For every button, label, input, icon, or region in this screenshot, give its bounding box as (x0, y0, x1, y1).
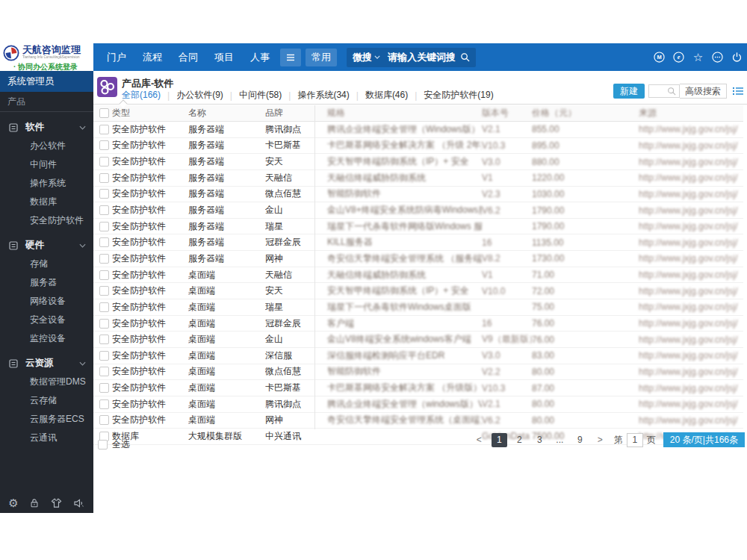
cell-type: 安全防护软件 (112, 172, 188, 184)
cell-version: V10.3 (482, 140, 532, 151)
row-checkbox[interactable] (99, 415, 109, 425)
theme-shirt-icon[interactable] (51, 498, 62, 508)
cell-type: 安全防护软件 (112, 139, 188, 152)
sidebar-role-header[interactable]: 系统管理员 (0, 71, 93, 92)
lock-icon[interactable] (29, 497, 40, 508)
table-search-input[interactable] (648, 84, 680, 98)
sidebar-item-存储[interactable]: 存储 (0, 255, 93, 273)
main-content: 产品库-软件 全部(166)|办公软件(9)|中间件(58)|操作系统(34)|… (93, 71, 747, 513)
page-button-2[interactable]: 2 (512, 433, 527, 447)
search-scope-dropdown[interactable]: 微搜 (353, 51, 380, 64)
global-search[interactable]: 微搜 请输入关键词搜 (347, 48, 476, 67)
frozen-column-separator (314, 105, 315, 429)
cell-spec: 天融信终端威胁防御系统 (327, 269, 482, 281)
new-button[interactable]: 新建 (613, 84, 645, 99)
cell-spec: 智能防御软件 (327, 187, 482, 200)
cell-price: 75.00 (532, 302, 639, 312)
row-checkbox[interactable] (99, 286, 109, 296)
nav-item-4[interactable]: 项目 (206, 43, 242, 71)
prev-page-button[interactable]: < (471, 433, 487, 447)
nav-item-2[interactable]: 流程 (134, 43, 170, 71)
row-checkbox[interactable] (99, 125, 109, 134)
page-jump-input[interactable]: 1 (627, 433, 643, 447)
select-all-checkbox[interactable] (98, 440, 108, 449)
power-icon[interactable] (731, 52, 743, 63)
sidebar-item-云通讯[interactable]: 云通讯 (0, 429, 93, 447)
sidebar-group-云资源[interactable]: 云资源 (0, 354, 93, 373)
next-page-button[interactable]: > (592, 433, 608, 447)
row-checkbox[interactable] (99, 140, 109, 150)
table-row: 安全防护软件服务器端网神奇安信天擎终端安全管理系统 （服务端）V8.21730.… (93, 251, 743, 267)
row-checkbox[interactable] (99, 205, 109, 215)
tab-安全防护软件(19)[interactable]: 安全防护软件(19) (424, 89, 493, 102)
sidebar-item-服务器[interactable]: 服务器 (0, 273, 93, 292)
star-icon[interactable]: ☆ (692, 52, 704, 63)
sidebar-item-办公软件[interactable]: 办公软件 (0, 137, 93, 155)
list-view-icon[interactable] (733, 87, 743, 96)
cell-spec: 卡巴斯基网络安全解决方案 （升级版）KIS +（ (327, 382, 482, 394)
sidebar-item-数据管理DMS[interactable]: 数据管理DMS (0, 373, 93, 391)
sidebar-item-安全设备[interactable]: 安全设备 (0, 311, 93, 329)
row-checkbox[interactable] (99, 367, 109, 376)
row-checkbox[interactable] (99, 399, 109, 409)
row-checkbox[interactable] (99, 302, 109, 312)
row-checkbox[interactable] (99, 335, 109, 344)
tab-数据库(46)[interactable]: 数据库(46) (365, 89, 408, 102)
cell-brand: 天融信 (265, 172, 327, 184)
row-checkbox[interactable] (99, 222, 109, 231)
search-input[interactable]: 请输入关键词搜 (388, 51, 456, 64)
message-e-icon[interactable]: e (673, 52, 684, 63)
speaker-icon[interactable] (73, 498, 85, 508)
sidebar-item-中间件[interactable]: 中间件 (0, 155, 93, 174)
sidebar-item-操作系统[interactable]: 操作系统 (0, 174, 93, 193)
nav-item-changyong[interactable]: 常用 (306, 49, 337, 66)
svg-text:e: e (678, 53, 681, 60)
category-tabs: 全部(166)|办公软件(9)|中间件(58)|操作系统(34)|数据库(46)… (122, 89, 494, 102)
sidebar-item-安全防护软件[interactable]: 安全防护软件 (0, 211, 93, 230)
search-icon[interactable] (460, 52, 470, 62)
tab-操作系统(34)[interactable]: 操作系统(34) (297, 89, 349, 102)
page-size-badge[interactable]: 20 条/页|共166条 (663, 432, 745, 447)
tab-中间件(58)[interactable]: 中间件(58) (239, 89, 282, 102)
row-checkbox[interactable] (99, 383, 109, 393)
row-checkbox[interactable] (99, 319, 109, 329)
row-checkbox[interactable] (99, 157, 109, 167)
header-checkbox[interactable] (99, 108, 109, 118)
nav-item-5[interactable]: 人事 (242, 43, 278, 71)
row-checkbox[interactable] (99, 351, 109, 361)
gear-icon[interactable]: ⚙ (8, 497, 18, 508)
sidebar-group-硬件[interactable]: 硬件 (0, 236, 93, 255)
row-checkbox[interactable] (99, 254, 109, 264)
row-checkbox[interactable] (99, 189, 109, 199)
column-header-2: 名称 (188, 107, 265, 119)
sidebar-item-云存储[interactable]: 云存储 (0, 391, 93, 410)
tab-办公软件(9)[interactable]: 办公软件(9) (176, 89, 223, 102)
row-checkbox[interactable] (99, 237, 109, 247)
row-checkbox[interactable] (99, 173, 109, 183)
tab-separator: | (288, 90, 291, 101)
row-checkbox[interactable] (99, 270, 109, 280)
sidebar-item-数据库[interactable]: 数据库 (0, 193, 93, 211)
page-button-9[interactable]: 9 (572, 433, 588, 447)
cell-name: 服务器端 (188, 236, 265, 249)
tab-全部(166)[interactable]: 全部(166) (122, 89, 161, 102)
page-button-3[interactable]: 3 (532, 433, 548, 447)
advanced-search-button[interactable]: 高级搜索 (680, 84, 727, 99)
nav-item-1[interactable]: 门户 (99, 43, 134, 71)
page-button-...[interactable]: ... (552, 433, 568, 447)
menu-hamburger-icon[interactable] (280, 49, 301, 66)
page-button-1[interactable]: 1 (492, 433, 507, 447)
sidebar-item-云服务器ECS[interactable]: 云服务器ECS (0, 410, 93, 429)
sidebar-item-监控设备[interactable]: 监控设备 (0, 329, 93, 348)
sidebar-item-网络设备[interactable]: 网络设备 (0, 292, 93, 311)
cell-spec: 深信服终端检测响应平台EDR (327, 349, 482, 362)
table-row: 安全防护软件桌面端网神奇安信天擎终端安全管理系统（桌面端）V6.280.00ht… (93, 413, 743, 429)
table-row: 安全防护软件服务器端瑞星瑞星下一代杀毒软件网络版Windows 服1790.00… (93, 219, 743, 235)
m-circle-icon[interactable]: M (654, 52, 665, 63)
cell-price: 76.00 (532, 318, 639, 329)
more-icon[interactable] (712, 52, 723, 63)
nav-item-3[interactable]: 合同 (170, 43, 206, 71)
cell-type: 安全防护软件 (112, 349, 188, 362)
sidebar-group-软件[interactable]: 软件 (0, 118, 93, 137)
company-logo-icon (3, 45, 19, 61)
